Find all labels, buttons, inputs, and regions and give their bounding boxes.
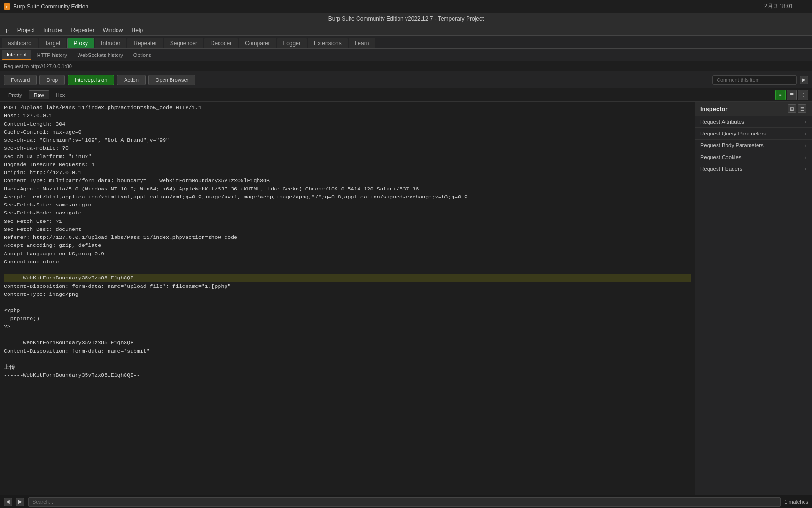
tab-repeater[interactable]: Repeater [127, 38, 163, 48]
menu-item-repeater[interactable]: Repeater [67, 26, 98, 34]
tab-logger[interactable]: Logger [277, 38, 307, 48]
comment-input[interactable] [712, 75, 797, 85]
menu-item-help[interactable]: Help [127, 26, 147, 34]
view-tab-bar: Pretty Raw Hex ≡ ≣ ⋮ [0, 88, 812, 102]
intercept-toggle-button[interactable]: Intercept is on [68, 75, 114, 85]
tab-target[interactable]: Target [39, 38, 66, 48]
subtab-websockets-history[interactable]: WebSockets history [73, 51, 128, 59]
request-info-bar: Request to http://127.0.0.1:80 [0, 61, 812, 71]
code-content: POST /upload-labs/Pass-11/index.php?acti… [0, 102, 695, 381]
main-content-area: Pretty Raw Hex ≡ ≣ ⋮ POST /upload-labs/P… [0, 88, 812, 495]
inspector-header: Inspector ⊞ ☰ [695, 102, 812, 116]
view-control-lines[interactable]: ≡ [775, 90, 786, 100]
action-button[interactable]: Action [117, 75, 146, 85]
comment-arrow-button[interactable]: ▶ [800, 76, 808, 84]
app-icon-area: B Burp Suite Community Edition [4, 3, 88, 10]
code-area[interactable]: POST /upload-labs/Pass-11/index.php?acti… [0, 102, 695, 495]
inspector-section-cookies[interactable]: Request Cookies › [695, 151, 812, 163]
view-control-more[interactable]: ⋮ [798, 90, 808, 100]
tab-intruder[interactable]: Intruder [95, 38, 126, 48]
tab-proxy[interactable]: Proxy [67, 38, 94, 48]
inspector-section-headers-label: Request Headers [700, 166, 742, 172]
view-tab-pretty[interactable]: Pretty [4, 91, 27, 99]
inspector-section-attributes[interactable]: Request Attributes › [695, 116, 812, 128]
datetime-label: 2月 3 18:01 [764, 2, 793, 10]
inspector-icon-group: ⊞ ☰ [788, 104, 806, 113]
tab-dashboard[interactable]: ashboard [2, 38, 38, 48]
view-controls: ≡ ≣ ⋮ [775, 90, 808, 100]
menu-bar: p Project Intruder Repeater Window Help [0, 24, 812, 36]
open-browser-button[interactable]: Open Browser [148, 75, 195, 85]
menu-item-project[interactable]: Project [14, 26, 39, 34]
inspector-section-cookies-label: Request Cookies [700, 154, 742, 160]
tab-extensions[interactable]: Extensions [308, 38, 348, 48]
bottom-bar: ◀ ▶ 1 matches [0, 495, 812, 508]
inspector-section-query-params-label: Request Query Parameters [700, 131, 766, 136]
app-name-label: Burp Suite Community Edition [13, 3, 88, 10]
inspector-section-headers[interactable]: Request Headers › [695, 163, 812, 175]
tab-learn[interactable]: Learn [349, 38, 375, 48]
drop-button[interactable]: Drop [39, 75, 65, 85]
inspector-icon-grid[interactable]: ⊞ [788, 104, 796, 113]
sub-tab-bar: Intercept HTTP history WebSockets histor… [0, 49, 812, 61]
matches-label: 1 matches [784, 499, 808, 505]
svg-text:B: B [6, 5, 9, 9]
subtab-http-history[interactable]: HTTP history [32, 51, 72, 59]
view-tab-raw[interactable]: Raw [29, 90, 49, 99]
app-full-title: Burp Suite Community Edition v2022.12.7 … [328, 16, 484, 22]
menu-item-window[interactable]: Window [99, 26, 127, 34]
toolbar: Forward Drop Intercept is on Action Open… [0, 71, 812, 88]
split-pane: POST /upload-labs/Pass-11/index.php?acti… [0, 102, 812, 495]
subtab-options[interactable]: Options [129, 51, 156, 59]
main-tab-bar: ashboard Target Proxy Intruder Repeater … [0, 36, 812, 49]
chevron-icon-2: › [805, 131, 806, 136]
menu-item-p[interactable]: p [2, 26, 13, 34]
inspector-section-query-params[interactable]: Request Query Parameters › [695, 128, 812, 140]
nav-forward-button[interactable]: ▶ [16, 498, 24, 506]
tab-sequencer[interactable]: Sequencer [164, 38, 203, 48]
inspector-section-attributes-label: Request Attributes [700, 119, 744, 125]
menu-item-intruder[interactable]: Intruder [39, 26, 66, 34]
inspector-section-body-params-label: Request Body Parameters [700, 143, 764, 148]
title-bar: B Burp Suite Community Edition 2月 3 18:0… [0, 0, 812, 13]
chevron-icon-3: › [805, 143, 806, 148]
chevron-icon-5: › [805, 167, 806, 172]
chevron-icon: › [805, 119, 806, 125]
subtab-intercept[interactable]: Intercept [2, 50, 31, 60]
inspector-panel: Inspector ⊞ ☰ Request Attributes › Reque… [695, 102, 812, 495]
request-info-text: Request to http://127.0.0.1:80 [4, 64, 72, 69]
chevron-icon-4: › [805, 155, 806, 160]
view-control-wrap[interactable]: ≣ [787, 90, 797, 100]
tab-comparer[interactable]: Comparer [239, 38, 276, 48]
inspector-title: Inspector [700, 105, 728, 112]
burp-icon: B [4, 3, 10, 10]
inspector-section-body-params[interactable]: Request Body Parameters › [695, 140, 812, 151]
search-input[interactable] [28, 497, 781, 507]
app-title-bar: Burp Suite Community Edition v2022.12.7 … [0, 13, 812, 24]
forward-button[interactable]: Forward [4, 75, 37, 85]
nav-back-button[interactable]: ◀ [4, 498, 12, 506]
inspector-icon-list[interactable]: ☰ [798, 104, 806, 113]
view-tab-hex[interactable]: Hex [51, 91, 70, 99]
tab-decoder[interactable]: Decoder [204, 38, 238, 48]
